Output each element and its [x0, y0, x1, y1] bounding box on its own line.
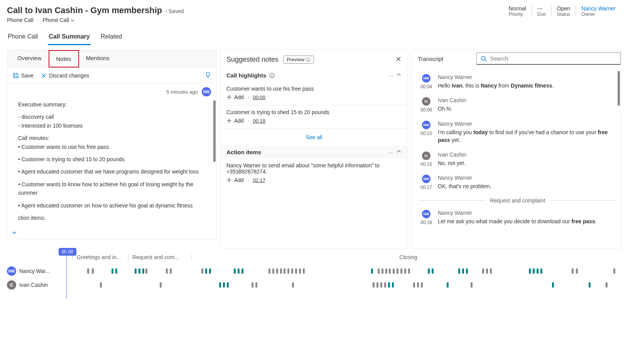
- transcript-row[interactable]: IC00:08Ivan CashinOh hi.: [415, 95, 621, 118]
- timeline-tick[interactable]: [371, 268, 373, 274]
- timeline-tick[interactable]: [458, 268, 460, 274]
- transcript-row[interactable]: IC00:15Ivan CashinNo, not yet.: [415, 149, 621, 172]
- tab-related[interactable]: Related: [100, 30, 123, 45]
- timeline-tick[interactable]: [272, 268, 274, 274]
- see-all-link[interactable]: See all: [306, 134, 322, 140]
- add-highlight-button[interactable]: Add: [226, 118, 244, 124]
- timeline-tick[interactable]: [572, 268, 574, 274]
- timeline-lane-nancy[interactable]: [73, 268, 621, 275]
- timeline-tick[interactable]: [87, 268, 89, 274]
- info-icon[interactable]: [269, 73, 275, 78]
- timeline-tick[interactable]: [280, 268, 282, 274]
- timeline-tick[interactable]: [432, 268, 434, 274]
- timeline-tick[interactable]: [393, 268, 395, 274]
- timeline-tick[interactable]: [209, 268, 211, 274]
- record-type-dropdown[interactable]: Phone Call: [42, 17, 74, 23]
- save-button[interactable]: Save: [13, 72, 34, 79]
- timeline-tick[interactable]: [142, 268, 144, 274]
- timeline-tick[interactable]: [397, 268, 398, 274]
- timeline-tick[interactable]: [287, 268, 289, 274]
- timeline-tick[interactable]: [111, 268, 113, 274]
- timeline-tick[interactable]: [529, 268, 531, 274]
- timeline-tick[interactable]: [299, 268, 301, 274]
- timeline-tick[interactable]: [466, 268, 468, 274]
- timeline-tick[interactable]: [382, 268, 383, 274]
- tab-phone-call[interactable]: Phone Call: [7, 30, 39, 45]
- action-timecode[interactable]: 02:17: [253, 177, 266, 183]
- preview-pill[interactable]: Preview: [283, 56, 314, 64]
- playhead-time[interactable]: 00:00: [59, 248, 76, 256]
- timeline-tick[interactable]: [606, 282, 608, 288]
- timeline-tick[interactable]: [413, 282, 415, 288]
- timeline-tick[interactable]: [234, 268, 236, 274]
- timeline-tick[interactable]: [238, 268, 240, 274]
- timeline-tick[interactable]: [166, 268, 168, 274]
- expand-chevron[interactable]: [11, 229, 17, 237]
- due-value[interactable]: ---: [537, 5, 546, 12]
- segment-request[interactable]: Request and com...: [128, 254, 191, 260]
- timeline-tick[interactable]: [373, 282, 375, 288]
- timeline-tick[interactable]: [380, 282, 382, 288]
- timeline-tick[interactable]: [295, 268, 297, 274]
- timeline-tick[interactable]: [135, 268, 137, 274]
- timeline-tick[interactable]: [384, 282, 386, 288]
- timeline-tick[interactable]: [613, 268, 615, 274]
- timeline-tick[interactable]: [376, 282, 378, 288]
- status-value[interactable]: Open: [557, 5, 570, 12]
- timeline-tick[interactable]: [400, 268, 402, 274]
- timeline-tick[interactable]: [462, 268, 464, 274]
- timeline-tick[interactable]: [392, 282, 394, 288]
- timeline-tick[interactable]: [255, 282, 257, 288]
- timeline-tick[interactable]: [482, 268, 484, 274]
- timeline-tick[interactable]: [540, 268, 542, 274]
- timeline-tick[interactable]: [227, 282, 229, 288]
- highlights-more-button[interactable]: ···: [388, 72, 393, 79]
- timeline-tick[interactable]: [589, 282, 591, 288]
- highlights-collapse-button[interactable]: [396, 72, 402, 79]
- timeline-tick[interactable]: [292, 282, 294, 288]
- timeline-tick[interactable]: [276, 268, 278, 274]
- add-highlight-button[interactable]: Add: [226, 94, 244, 100]
- timeline-tick[interactable]: [404, 268, 406, 274]
- subtab-mentions[interactable]: Mentions: [79, 50, 116, 67]
- timeline-lane-ivan[interactable]: [73, 281, 621, 288]
- segment-closing[interactable]: Closing: [191, 254, 621, 260]
- timeline-tick[interactable]: [533, 268, 535, 274]
- timeline-tick[interactable]: [303, 268, 305, 274]
- timeline-tick[interactable]: [388, 282, 390, 288]
- actions-collapse-button[interactable]: [396, 149, 402, 155]
- timeline-tick[interactable]: [537, 268, 539, 274]
- timeline-tick[interactable]: [471, 282, 473, 288]
- transcript-row[interactable]: NW00:17Nancy WarnerOK, that's no problem…: [415, 172, 621, 195]
- timeline-tick[interactable]: [100, 282, 102, 288]
- subtab-overview[interactable]: Overview: [10, 50, 49, 67]
- add-action-button[interactable]: Add: [226, 177, 244, 183]
- timeline-tick[interactable]: [219, 282, 221, 288]
- timeline-tick[interactable]: [115, 268, 117, 274]
- timeline-tick[interactable]: [268, 268, 270, 274]
- timeline-tick[interactable]: [421, 282, 423, 288]
- discard-button[interactable]: Discard changes: [41, 72, 89, 79]
- lightbulb-button[interactable]: [205, 72, 211, 79]
- timeline-tick[interactable]: [389, 268, 391, 274]
- transcript-row[interactable]: NW00:18Nancy WarnerLet me ask you what m…: [415, 207, 621, 231]
- timeline-tick[interactable]: [490, 268, 492, 274]
- notes-scrollbar[interactable]: [213, 100, 216, 162]
- timeline-tick[interactable]: [252, 282, 253, 288]
- timeline-tick[interactable]: [201, 268, 203, 274]
- timeline-tick[interactable]: [205, 268, 207, 274]
- timeline-tick[interactable]: [447, 282, 449, 288]
- timeline-tick[interactable]: [92, 268, 94, 274]
- timeline-tick[interactable]: [486, 268, 488, 274]
- transcript-row[interactable]: NW00:10Nancy WarnerI'm calling you today…: [415, 118, 621, 150]
- subtab-notes[interactable]: Notes: [49, 50, 79, 67]
- timeline-tick[interactable]: [160, 282, 162, 288]
- timeline-tick[interactable]: [223, 282, 225, 288]
- timeline-tick[interactable]: [417, 282, 419, 288]
- timeline-tick[interactable]: [408, 268, 410, 274]
- close-suggested-button[interactable]: [395, 56, 402, 63]
- timeline-tick[interactable]: [241, 268, 243, 274]
- note-text[interactable]: Executive summary: - discovery call- Int…: [18, 100, 206, 222]
- transcript-scrollbar[interactable]: [618, 71, 620, 106]
- search-input-wrap[interactable]: [476, 52, 621, 65]
